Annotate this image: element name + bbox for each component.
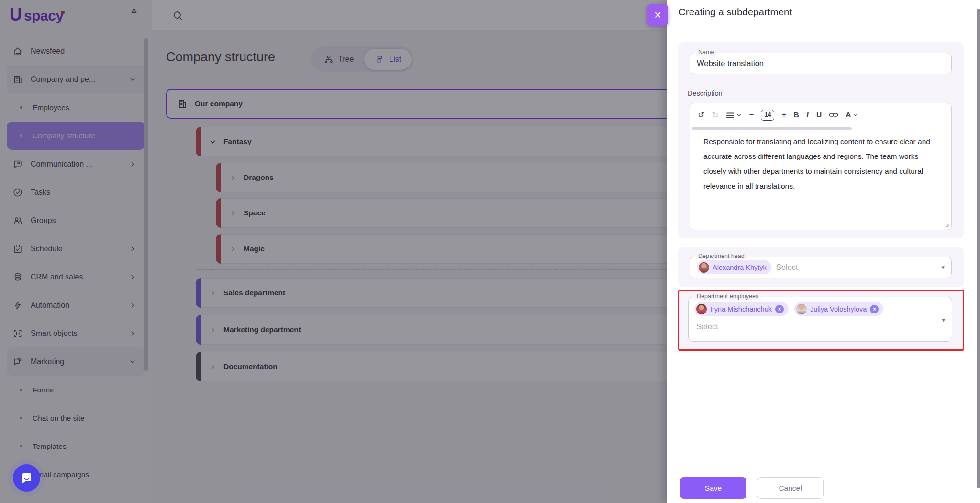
department-employees-label: Department employees bbox=[694, 293, 761, 300]
italic-icon[interactable]: I bbox=[806, 110, 809, 120]
divider bbox=[667, 29, 980, 29]
department-head-select[interactable]: Department head Alexandra Khytyk Select … bbox=[690, 257, 952, 278]
chat-launcher-button[interactable] bbox=[13, 464, 40, 492]
selected-user-chip[interactable]: Alexandra Khytyk bbox=[697, 260, 771, 274]
description-label: Description bbox=[688, 89, 723, 97]
link-icon[interactable] bbox=[829, 111, 838, 119]
save-button[interactable]: Save bbox=[680, 477, 746, 499]
redo-icon[interactable]: ↻ bbox=[712, 110, 718, 120]
underline-icon[interactable]: U bbox=[816, 111, 822, 119]
font-color-icon[interactable]: A bbox=[846, 111, 858, 119]
dropdown-caret-icon: ▾ bbox=[942, 316, 945, 324]
avatar bbox=[699, 262, 709, 273]
avatar bbox=[796, 304, 807, 314]
name-description-card: Name Website translation Description ↺ ↻… bbox=[678, 42, 964, 238]
font-size-value[interactable]: 14 bbox=[761, 110, 774, 121]
chevron-down-icon bbox=[852, 112, 858, 118]
editor-toolbar: ↺ ↻ − 14 + B I U A bbox=[690, 103, 951, 126]
cancel-button[interactable]: Cancel bbox=[757, 477, 824, 499]
chevron-down-icon bbox=[736, 112, 742, 118]
remove-chip-icon[interactable]: × bbox=[870, 305, 879, 313]
description-editor[interactable]: ↺ ↻ − 14 + B I U A bbox=[690, 103, 952, 230]
divider bbox=[667, 468, 980, 468]
department-head-label: Department head bbox=[696, 253, 747, 259]
close-icon: × bbox=[654, 8, 661, 22]
department-employees-card-highlighted: Department employees Iryna Mishchanchuk … bbox=[678, 290, 964, 351]
chat-bubble-icon bbox=[20, 471, 33, 485]
name-field-value: Website translation bbox=[697, 59, 764, 68]
resize-handle-icon[interactable] bbox=[944, 223, 949, 228]
department-employees-select[interactable]: Department employees Iryna Mishchanchuk … bbox=[688, 297, 952, 342]
select-placeholder: Select bbox=[696, 322, 946, 331]
name-input[interactable]: Name Website translation bbox=[690, 53, 952, 74]
panel-title: Creating a subdepartment bbox=[679, 6, 792, 18]
bold-icon[interactable]: B bbox=[793, 111, 799, 119]
app-window: U spacy Newsfeed Company and pe... Emplo… bbox=[0, 0, 980, 503]
selected-user-chip[interactable]: Iryna Mishchanchuk × bbox=[694, 302, 789, 316]
close-panel-button[interactable]: × bbox=[647, 4, 668, 26]
font-size-increase-icon[interactable]: + bbox=[781, 110, 786, 120]
dropdown-caret-icon: ▾ bbox=[941, 264, 945, 271]
selected-user-chip[interactable]: Juliya Voloshylova × bbox=[794, 302, 884, 316]
page-scrollbar[interactable] bbox=[977, 9, 980, 488]
undo-icon[interactable]: ↺ bbox=[698, 110, 704, 120]
editor-toolbar-scrollbar[interactable] bbox=[692, 127, 949, 130]
remove-chip-icon[interactable]: × bbox=[775, 305, 784, 313]
font-size-decrease-icon[interactable]: − bbox=[749, 110, 754, 120]
selected-employees: Iryna Mishchanchuk × Juliya Voloshylova … bbox=[694, 302, 946, 316]
department-head-card: Department head Alexandra Khytyk Select … bbox=[678, 247, 964, 287]
create-subdepartment-panel: Creating a subdepartment Name Website tr… bbox=[667, 0, 980, 503]
name-field-label: Name bbox=[696, 49, 716, 56]
select-placeholder: Select bbox=[776, 263, 798, 272]
description-text[interactable]: Responsible for translating and localizi… bbox=[703, 134, 939, 193]
align-icon[interactable] bbox=[726, 111, 742, 119]
avatar bbox=[696, 304, 707, 314]
